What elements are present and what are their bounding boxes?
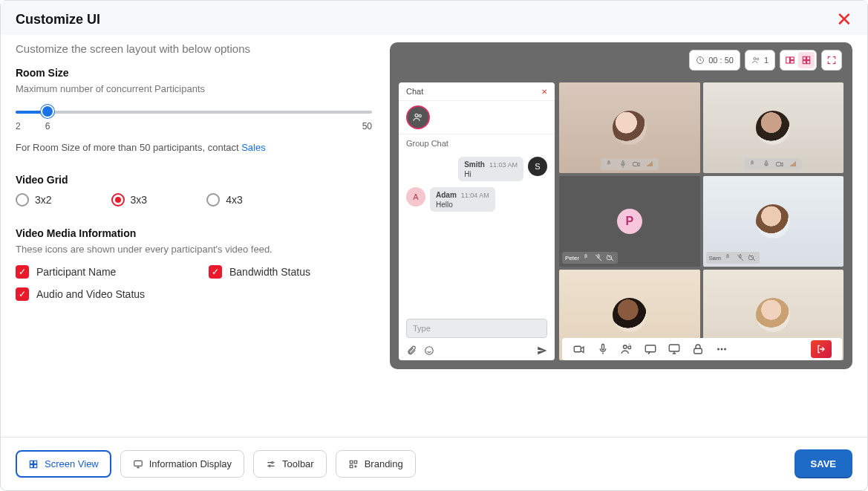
save-button[interactable]: SAVE — [794, 449, 852, 478]
modal-footer: Screen View Information Display Toolbar … — [1, 437, 867, 490]
preview-top-controls: 00 : 50 1 — [689, 50, 842, 71]
grid-icon — [28, 459, 39, 469]
svg-point-1 — [754, 58, 756, 60]
chat-group-icon[interactable] — [406, 105, 430, 129]
svg-point-32 — [717, 348, 719, 351]
svg-rect-9 — [807, 61, 810, 64]
cam-icon — [775, 160, 784, 169]
chat-messages: S Smith11:03 AM Hi A Adam11:04 AM Hello — [399, 152, 555, 314]
layout-grid-icon[interactable] — [798, 52, 815, 68]
hand-icon — [582, 253, 591, 262]
sliders-icon — [266, 459, 276, 469]
chat-input[interactable]: Type — [406, 319, 547, 338]
check-participant-name[interactable]: ✓Participant Name — [16, 265, 164, 279]
svg-rect-25 — [574, 346, 581, 352]
svg-rect-7 — [807, 56, 810, 59]
modal-header: Customize UI ✕ — [1, 1, 867, 35]
cam-off-icon — [748, 253, 757, 262]
room-size-desc: Maximum number of concurrent Participant… — [16, 83, 372, 94]
exit-button[interactable] — [811, 340, 832, 358]
svg-point-34 — [724, 348, 726, 351]
svg-rect-36 — [34, 461, 37, 464]
chat-close-icon[interactable]: ✕ — [541, 88, 547, 96]
monitor-icon — [133, 459, 143, 469]
chat-message: A Adam11:04 AM Hello — [406, 187, 547, 212]
slider-min: 2 — [16, 121, 21, 131]
svg-rect-38 — [34, 464, 37, 467]
chat-icon[interactable] — [644, 342, 657, 356]
chat-panel: Chat ✕ Group Chat S Smith11:03 AM Hi — [399, 82, 555, 360]
mic-icon — [619, 160, 627, 169]
svg-rect-14 — [633, 163, 637, 166]
participants-icon[interactable] — [620, 342, 633, 356]
timer-pill: 00 : 50 — [689, 50, 740, 71]
svg-rect-43 — [354, 461, 357, 464]
svg-rect-29 — [645, 345, 656, 352]
fullscreen-button[interactable] — [821, 50, 842, 71]
hand-icon — [724, 253, 733, 262]
layout-sidebar-icon[interactable] — [782, 52, 798, 68]
svg-rect-26 — [602, 344, 604, 350]
more-icon[interactable] — [715, 342, 728, 356]
participants-pill: 1 — [745, 50, 775, 71]
avatar: A — [406, 187, 425, 207]
emoji-icon[interactable] — [424, 345, 434, 356]
lock-icon[interactable] — [691, 342, 705, 356]
people-icon — [751, 56, 760, 65]
layout-toggle[interactable] — [780, 50, 817, 71]
room-size-slider[interactable]: 2 50 6 — [16, 105, 372, 134]
media-info-title: Video Media Information — [16, 227, 372, 239]
svg-rect-31 — [694, 348, 702, 354]
radio-4x3[interactable]: 4x3 — [206, 193, 243, 207]
share-screen-icon[interactable] — [668, 342, 681, 356]
svg-rect-6 — [803, 56, 806, 59]
svg-point-11 — [419, 114, 421, 117]
svg-point-41 — [269, 465, 270, 466]
clock-icon — [696, 56, 705, 65]
video-grid-title: Video Grid — [16, 174, 372, 186]
cam-off-icon — [606, 253, 615, 262]
svg-point-33 — [721, 348, 723, 351]
radio-3x3[interactable]: 3x3 — [111, 193, 148, 207]
tab-branding[interactable]: Branding — [336, 450, 416, 478]
video-grid-preview: P Peter Sam — [559, 82, 843, 360]
video-tile-placeholder: P Peter — [559, 176, 700, 267]
check-bandwidth[interactable]: ✓Bandwidth Status — [209, 265, 357, 279]
subtitle: Customize the screen layout with below o… — [16, 42, 372, 55]
video-tile — [559, 82, 700, 173]
send-icon[interactable] — [537, 345, 547, 356]
branding-icon — [348, 459, 359, 469]
cam-icon — [632, 160, 641, 169]
slider-max: 50 — [362, 121, 372, 131]
hand-icon — [748, 160, 757, 169]
close-icon[interactable]: ✕ — [836, 10, 852, 29]
tab-toolbar[interactable]: Toolbar — [253, 450, 327, 478]
mic-off-icon — [594, 253, 603, 262]
hand-icon — [605, 160, 614, 169]
options-panel: Customize the screen layout with below o… — [16, 42, 372, 429]
exit-icon — [816, 344, 826, 354]
svg-point-40 — [272, 461, 273, 463]
tab-information-display[interactable]: Information Display — [120, 450, 244, 478]
signal-icon — [789, 160, 797, 169]
svg-rect-5 — [791, 61, 794, 64]
mic-icon[interactable] — [596, 342, 610, 356]
svg-rect-42 — [350, 461, 353, 464]
radio-3x2[interactable]: 3x2 — [16, 193, 52, 207]
attach-icon[interactable] — [406, 345, 417, 356]
room-size-title: Room Size — [16, 67, 372, 79]
modal-title: Customize UI — [16, 12, 100, 27]
chat-tools — [399, 342, 555, 360]
video-tile: Sam — [703, 176, 844, 267]
video-grid-radios: 3x2 3x3 4x3 — [16, 193, 372, 207]
mic-icon — [762, 160, 771, 169]
camera-icon[interactable] — [572, 342, 586, 356]
tab-screen-view[interactable]: Screen View — [16, 450, 111, 478]
avatar-initial: P — [617, 209, 642, 234]
svg-rect-37 — [30, 464, 33, 467]
svg-rect-4 — [791, 57, 794, 60]
check-av-status[interactable]: ✓Audio and Video Status — [16, 287, 164, 301]
avatar: S — [528, 157, 547, 176]
sales-link[interactable]: Sales — [241, 142, 266, 153]
media-info-desc: These icons are shown under every partic… — [16, 244, 372, 255]
